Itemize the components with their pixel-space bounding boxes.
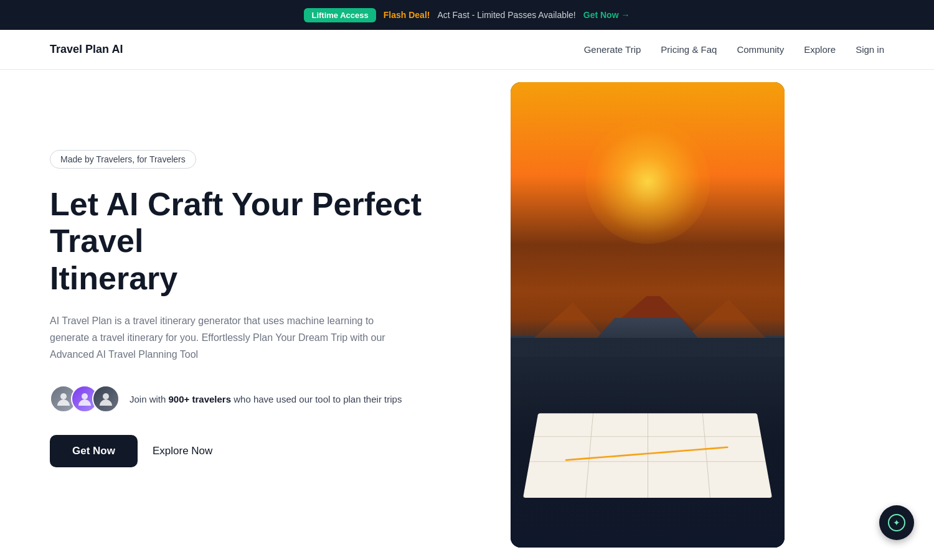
hero-buttons: Get Now Explore Now xyxy=(50,435,473,467)
map-line xyxy=(648,413,648,498)
hero-section: Made by Travelers, for Travelers Let AI … xyxy=(0,70,934,560)
map-visual xyxy=(523,413,772,498)
map-line xyxy=(585,413,593,498)
hero-description: AI Travel Plan is a travel itinerary gen… xyxy=(50,312,399,363)
nav-explore[interactable]: Explore xyxy=(804,44,836,55)
compass-icon xyxy=(888,514,905,531)
chat-button[interactable] xyxy=(879,505,914,540)
site-logo[interactable]: Travel Plan AI xyxy=(50,43,123,56)
top-banner: Liftime Access Flash Deal! Act Fast - Li… xyxy=(0,0,934,30)
nav-community[interactable]: Community xyxy=(737,44,784,55)
nav-generate-trip[interactable]: Generate Trip xyxy=(584,44,641,55)
main-nav: Travel Plan AI Generate Trip Pricing & F… xyxy=(0,30,934,70)
svg-point-1 xyxy=(82,393,88,399)
avatar-group xyxy=(50,385,120,413)
banner-flash-text: Act Fast - Limited Passes Available! xyxy=(437,10,575,20)
hero-image-area xyxy=(511,70,785,560)
hero-badge: Made by Travelers, for Travelers xyxy=(50,150,196,169)
nav-signin[interactable]: Sign in xyxy=(856,44,884,55)
banner-cta-link[interactable]: Get Now → xyxy=(583,10,630,20)
hero-title: Let AI Craft Your Perfect Travel Itinera… xyxy=(50,186,473,297)
svg-point-0 xyxy=(60,393,67,399)
dashboard xyxy=(511,338,785,548)
get-now-button[interactable]: Get Now xyxy=(50,435,138,467)
travelers-row: Join with 900+ travelers who have used o… xyxy=(50,385,473,413)
hero-content: Made by Travelers, for Travelers Let AI … xyxy=(50,70,473,560)
svg-point-2 xyxy=(103,393,109,399)
nav-pricing-faq[interactable]: Pricing & Faq xyxy=(661,44,717,55)
avatar-3 xyxy=(92,385,120,413)
hero-image-bg xyxy=(511,82,785,548)
explore-now-button[interactable]: Explore Now xyxy=(153,435,212,467)
traveler-text: Join with 900+ travelers who have used o… xyxy=(130,394,402,404)
hero-image xyxy=(511,82,785,548)
flash-deal-label: Flash Deal! xyxy=(384,10,430,20)
map-line xyxy=(702,413,710,498)
lifetime-badge[interactable]: Liftime Access xyxy=(304,8,375,22)
